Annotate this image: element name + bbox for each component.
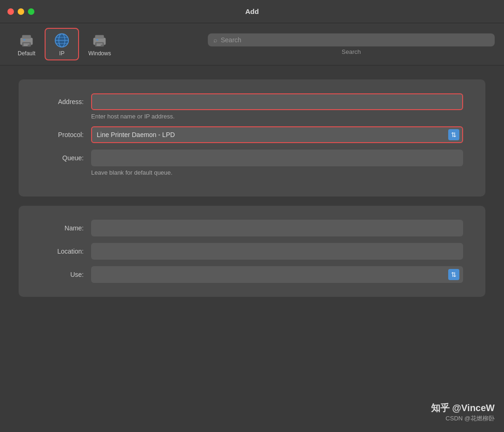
address-row: Address: xyxy=(37,93,467,110)
tab-buttons: Default IP xyxy=(9,28,119,60)
watermark: 知乎 @VinceW CSDN @花燃柳卧 xyxy=(431,402,495,423)
connection-panel: Address: Enter host name or IP address. … xyxy=(19,79,485,196)
window-controls xyxy=(7,8,34,15)
tab-windows-label: Windows xyxy=(88,50,111,57)
tab-windows[interactable]: Windows xyxy=(80,28,119,60)
printer-default-icon xyxy=(18,32,35,49)
address-input[interactable] xyxy=(91,93,463,110)
use-select-wrapper: ⇅ xyxy=(91,266,463,283)
svg-rect-2 xyxy=(22,42,31,47)
location-input[interactable] xyxy=(91,243,463,260)
printer-panel: Name: Location: Use: ⇅ xyxy=(19,206,485,297)
main-content: Address: Enter host name or IP address. … xyxy=(0,65,504,432)
maximize-button[interactable] xyxy=(28,8,34,15)
tab-ip[interactable]: IP xyxy=(45,28,79,60)
protocol-select-wrapper: Line Printer Daemon - LPD Internet Print… xyxy=(91,126,463,143)
use-select[interactable] xyxy=(91,266,463,283)
protocol-row: Protocol: Line Printer Daemon - LPD Inte… xyxy=(37,126,467,143)
queue-input[interactable] xyxy=(91,150,463,166)
search-icon: ⌕ xyxy=(213,36,217,44)
queue-label: Queue: xyxy=(37,154,84,162)
search-input[interactable] xyxy=(221,36,489,44)
toolbar: Default IP xyxy=(0,23,504,65)
use-label: Use: xyxy=(37,271,84,278)
printer-windows-icon xyxy=(91,32,108,49)
watermark-main: 知乎 @VinceW xyxy=(431,402,495,414)
use-row: Use: ⇅ xyxy=(37,266,467,283)
svg-rect-5 xyxy=(23,45,28,46)
protocol-label: Protocol: xyxy=(37,131,84,138)
svg-rect-12 xyxy=(95,35,104,39)
queue-hint: Leave blank for default queue. xyxy=(91,169,467,176)
svg-rect-14 xyxy=(97,39,99,40)
svg-rect-16 xyxy=(97,45,101,46)
address-label: Address: xyxy=(37,98,84,105)
globe-icon xyxy=(53,32,71,49)
svg-rect-15 xyxy=(97,44,103,45)
name-label: Name: xyxy=(37,224,84,232)
svg-rect-1 xyxy=(22,35,31,39)
close-button[interactable] xyxy=(7,8,14,15)
location-row: Location: xyxy=(37,243,467,260)
watermark-sub: CSDN @花燃柳卧 xyxy=(431,414,495,423)
location-label: Location: xyxy=(37,248,84,255)
tab-ip-label: IP xyxy=(59,50,64,57)
search-bar-area: ⌕ Search xyxy=(208,33,495,55)
address-hint: Enter host name or IP address. xyxy=(91,113,467,120)
name-row: Name: xyxy=(37,220,467,236)
tab-default[interactable]: Default xyxy=(9,28,44,60)
svg-rect-3 xyxy=(23,39,25,40)
svg-rect-13 xyxy=(95,42,104,47)
search-container: ⌕ xyxy=(208,33,495,46)
minimize-button[interactable] xyxy=(18,8,24,15)
search-label: Search xyxy=(208,48,495,55)
window-title: Add xyxy=(245,7,259,15)
protocol-select[interactable]: Line Printer Daemon - LPD Internet Print… xyxy=(91,126,463,143)
name-input[interactable] xyxy=(91,220,463,236)
title-bar: Add xyxy=(0,0,504,23)
queue-row: Queue: xyxy=(37,150,467,166)
svg-rect-4 xyxy=(23,44,29,45)
tab-default-label: Default xyxy=(18,50,35,57)
